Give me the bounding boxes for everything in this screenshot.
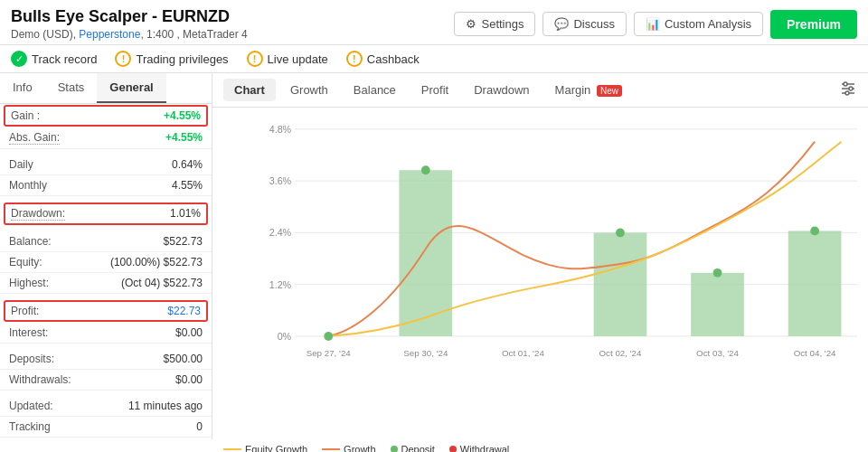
stat-profit-value: $22.73 xyxy=(167,305,201,317)
svg-point-1 xyxy=(844,82,847,86)
chart-legend: Equity Growth Growth Deposit Withdrawal xyxy=(212,438,868,452)
growth-legend-line xyxy=(322,448,340,450)
stat-equity-label: Equity: xyxy=(9,256,42,268)
stat-gain: Gain : +4.55% xyxy=(4,105,208,127)
stat-balance-value: $522.73 xyxy=(164,235,203,248)
stat-interest: Interest: $0.00 xyxy=(0,323,212,344)
stat-monthly-value: 4.55% xyxy=(172,179,203,192)
stat-balance-label: Balance: xyxy=(9,235,52,248)
stat-tracking-label: Tracking xyxy=(9,420,51,433)
warn-icon-trading: ! xyxy=(115,51,131,67)
tab-stats[interactable]: Stats xyxy=(45,73,98,103)
dot-oct02 xyxy=(616,228,625,237)
svg-text:4.8%: 4.8% xyxy=(269,124,292,135)
withdrawal-legend-dot xyxy=(449,446,457,452)
bar-oct03 xyxy=(691,273,744,336)
left-panel: Info Stats General Gain : +4.55% Abs. Ga… xyxy=(0,73,212,439)
toolbar-live-update[interactable]: ! Live update xyxy=(247,51,328,67)
svg-text:3.6%: 3.6% xyxy=(269,175,292,186)
svg-point-3 xyxy=(849,87,853,90)
cashback-label: Cashback xyxy=(367,52,420,66)
svg-text:Oct 01, '24: Oct 01, '24 xyxy=(502,348,544,358)
stat-monthly: Monthly 4.55% xyxy=(0,175,212,196)
track-record-label: Track record xyxy=(32,52,97,66)
tab-general[interactable]: General xyxy=(97,73,165,103)
stat-withdrawals: Withdrawals: $0.00 xyxy=(0,370,212,391)
stat-drawdown-label: Drawdown: xyxy=(11,207,65,221)
equity-growth-legend-line xyxy=(223,448,241,450)
toolbar-cashback[interactable]: ! Cashback xyxy=(346,51,420,67)
svg-text:Oct 02, '24: Oct 02, '24 xyxy=(599,348,641,358)
stat-highest: Highest: (Oct 04) $522.73 xyxy=(0,273,212,294)
stat-withdrawals-value: $0.00 xyxy=(175,373,203,386)
stat-abs-gain: Abs. Gain: +4.55% xyxy=(0,127,212,149)
header-buttons: ⚙ Settings 💬 Discuss 📊 Custom Analysis P… xyxy=(454,10,857,39)
svg-text:Oct 03, '24: Oct 03, '24 xyxy=(696,348,739,358)
svg-text:Sep 30, '24: Sep 30, '24 xyxy=(403,348,448,358)
withdrawal-legend-label: Withdrawal xyxy=(460,444,509,452)
chart-tab-profit[interactable]: Profit xyxy=(410,79,459,101)
toolbar: ✓ Track record ! Trading privileges ! Li… xyxy=(0,45,868,73)
discuss-button[interactable]: 💬 Discuss xyxy=(542,12,627,36)
chart-tab-balance[interactable]: Balance xyxy=(343,79,407,101)
growth-legend-label: Growth xyxy=(344,444,375,452)
legend-withdrawal: Withdrawal xyxy=(449,444,509,452)
svg-text:0%: 0% xyxy=(278,331,292,342)
page-title: Bulls Eye Scalper - EURNZD xyxy=(11,7,248,26)
stat-tracking-value: 0 xyxy=(196,420,203,433)
stat-deposits-label: Deposits: xyxy=(9,353,54,365)
stat-gain-value: +4.55% xyxy=(164,109,201,122)
dot-sep27 xyxy=(324,332,333,341)
right-panel: Chart Growth Balance Profit Drawdown Mar… xyxy=(212,73,868,439)
new-badge: New xyxy=(597,85,622,97)
header-left: Bulls Eye Scalper - EURNZD Demo (USD), P… xyxy=(11,7,248,41)
bar-oct04 xyxy=(788,231,842,336)
stat-gain-label: Gain : xyxy=(11,109,40,122)
broker-link[interactable]: Pepperstone xyxy=(79,28,140,41)
stat-abs-gain-label: Abs. Gain: xyxy=(9,131,60,145)
left-tabs: Info Stats General xyxy=(0,73,212,104)
chart-area: 4.8% 3.6% 2.4% 1.2% 0% Sep 27, '24 Sep 3… xyxy=(212,108,868,438)
settings-button[interactable]: ⚙ Settings xyxy=(454,12,535,36)
svg-text:Sep 27, '24: Sep 27, '24 xyxy=(307,348,352,358)
chart-settings-icon[interactable] xyxy=(839,80,857,100)
stat-daily: Daily 0.64% xyxy=(0,155,212,175)
main-content: Info Stats General Gain : +4.55% Abs. Ga… xyxy=(0,73,868,439)
chat-icon: 💬 xyxy=(554,17,569,31)
svg-text:2.4%: 2.4% xyxy=(269,227,292,238)
equity-growth-legend-label: Equity Growth xyxy=(245,444,307,452)
stat-deposits: Deposits: $500.00 xyxy=(0,349,212,370)
stat-drawdown-value: 1.01% xyxy=(170,207,201,221)
deposit-legend-dot xyxy=(391,446,398,452)
stat-highest-label: Highest: xyxy=(9,277,49,289)
chart-tab-margin[interactable]: Margin New xyxy=(544,79,633,101)
stats-table: Gain : +4.55% Abs. Gain: +4.55% Daily 0.… xyxy=(0,104,212,439)
bar-oct02 xyxy=(594,232,647,336)
stat-balance: Balance: $522.73 xyxy=(0,231,212,252)
toolbar-trading-privileges[interactable]: ! Trading privileges xyxy=(115,51,228,67)
check-icon: ✓ xyxy=(11,51,27,67)
tab-info[interactable]: Info xyxy=(0,73,45,103)
stat-profit-label: Profit: xyxy=(11,305,39,317)
dot-oct04 xyxy=(810,226,819,235)
chart-icon: 📊 xyxy=(646,17,660,31)
warn-icon-live: ! xyxy=(247,51,263,67)
stat-updated-label: Updated: xyxy=(9,400,53,412)
trading-privileges-label: Trading privileges xyxy=(136,52,228,66)
chart-tab-growth[interactable]: Growth xyxy=(279,79,339,101)
chart-tab-drawdown[interactable]: Drawdown xyxy=(463,79,540,101)
legend-deposit: Deposit xyxy=(391,444,435,452)
toolbar-track-record[interactable]: ✓ Track record xyxy=(11,51,97,67)
stat-highest-value: (Oct 04) $522.73 xyxy=(121,277,203,289)
chart-svg: 4.8% 3.6% 2.4% 1.2% 0% Sep 27, '24 Sep 3… xyxy=(258,117,859,393)
stat-withdrawals-label: Withdrawals: xyxy=(9,373,71,386)
chart-tab-chart[interactable]: Chart xyxy=(223,79,276,101)
warn-icon-cashback: ! xyxy=(346,51,363,67)
stat-deposits-value: $500.00 xyxy=(164,353,203,365)
stat-monthly-label: Monthly xyxy=(9,179,47,192)
stat-daily-label: Daily xyxy=(9,158,33,171)
premium-button[interactable]: Premium xyxy=(770,10,857,39)
stat-tracking: Tracking 0 xyxy=(0,417,212,438)
custom-analysis-button[interactable]: 📊 Custom Analysis xyxy=(634,12,763,36)
stat-updated-value: 11 minutes ago xyxy=(128,400,203,412)
